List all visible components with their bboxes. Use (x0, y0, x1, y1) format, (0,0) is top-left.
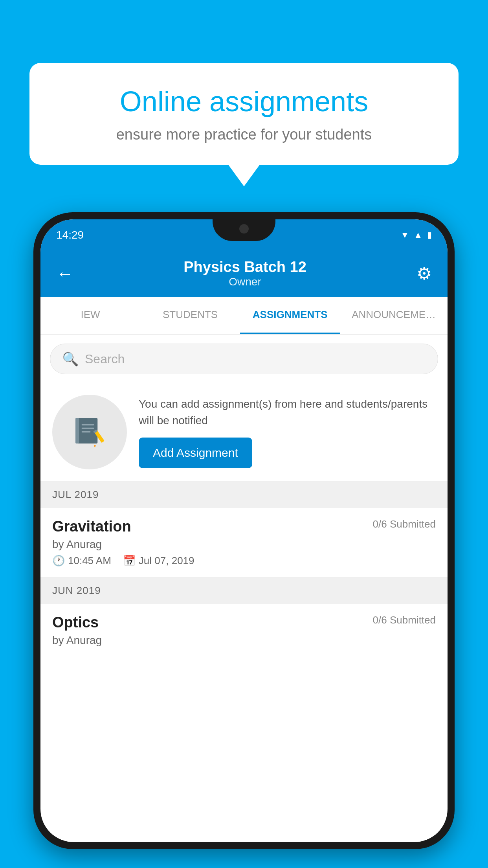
section-header-jun: JUN 2019 (40, 577, 448, 604)
assignment-time: 10:45 AM (68, 555, 111, 567)
tab-overview[interactable]: IEW (40, 297, 140, 334)
assignment-name-gravitation: Gravitation (52, 518, 131, 535)
app-header: ← Physics Batch 12 Owner ⚙ (40, 251, 448, 297)
assignment-item-gravitation[interactable]: Gravitation 0/6 Submitted by Anurag 🕐 10… (40, 508, 448, 577)
phone-screen: 14:29 ▼ ▲ ▮ ← Physics Batch 12 Owner ⚙ (40, 219, 448, 842)
battery-icon: ▮ (427, 230, 432, 240)
status-bar: 14:29 ▼ ▲ ▮ (40, 219, 448, 251)
search-container: 🔍 Search (40, 335, 448, 383)
submitted-badge-gravitation: 0/6 Submitted (373, 518, 436, 530)
assignment-info: You can add assignment(s) from here and … (139, 396, 436, 468)
notebook-svg (72, 414, 107, 450)
settings-icon[interactable]: ⚙ (416, 263, 432, 283)
status-time: 14:29 (56, 229, 84, 241)
assignment-date: Jul 07, 2019 (139, 555, 194, 567)
add-assignment-section: You can add assignment(s) from here and … (40, 383, 448, 482)
search-input-wrap[interactable]: 🔍 Search (50, 344, 438, 374)
header-subtitle: Owner (73, 276, 416, 288)
speech-bubble-subtitle: ensure more practice for your students (53, 126, 435, 143)
speech-bubble-container: Online assignments ensure more practice … (29, 63, 459, 186)
assignment-icon-circle (52, 395, 127, 469)
svg-rect-3 (82, 428, 94, 429)
assignment-item-top: Gravitation 0/6 Submitted (52, 518, 436, 535)
speech-bubble: Online assignments ensure more practice … (29, 63, 459, 165)
tab-students[interactable]: STUDENTS (140, 297, 240, 334)
meta-date: 📅 Jul 07, 2019 (123, 555, 194, 567)
svg-rect-1 (75, 418, 79, 443)
assignment-by-gravitation: by Anurag (52, 538, 436, 551)
phone-frame: 14:29 ▼ ▲ ▮ ← Physics Batch 12 Owner ⚙ (33, 212, 455, 849)
tabs-bar: IEW STUDENTS ASSIGNMENTS ANNOUNCEME… (40, 297, 448, 335)
signal-icon: ▲ (414, 230, 422, 240)
svg-marker-6 (94, 445, 96, 448)
back-icon[interactable]: ← (56, 264, 73, 283)
assignment-name-optics: Optics (52, 614, 99, 631)
phone-container: 14:29 ▼ ▲ ▮ ← Physics Batch 12 Owner ⚙ (33, 212, 455, 868)
camera-notch (239, 224, 249, 234)
tab-announcements[interactable]: ANNOUNCEME… (340, 297, 448, 334)
svg-rect-2 (82, 424, 94, 425)
tab-assignments[interactable]: ASSIGNMENTS (240, 297, 340, 334)
speech-bubble-arrow (228, 165, 260, 186)
clock-icon: 🕐 (52, 555, 65, 567)
submitted-badge-optics: 0/6 Submitted (373, 614, 436, 626)
search-placeholder: Search (85, 352, 125, 366)
speech-bubble-title: Online assignments (53, 85, 435, 118)
assignment-by-optics: by Anurag (52, 634, 436, 647)
search-icon: 🔍 (62, 351, 79, 367)
notch-cutout (213, 219, 275, 241)
section-header-jul: JUL 2019 (40, 482, 448, 508)
header-title: Physics Batch 12 (73, 259, 416, 276)
header-title-group: Physics Batch 12 Owner (73, 259, 416, 288)
assignment-item-top-optics: Optics 0/6 Submitted (52, 614, 436, 631)
status-icons: ▼ ▲ ▮ (400, 230, 432, 240)
add-assignment-button[interactable]: Add Assignment (139, 438, 252, 468)
assignment-description: You can add assignment(s) from here and … (139, 396, 436, 429)
assignment-meta-gravitation: 🕐 10:45 AM 📅 Jul 07, 2019 (52, 555, 436, 567)
meta-time: 🕐 10:45 AM (52, 555, 111, 567)
svg-rect-4 (82, 431, 91, 432)
wifi-icon: ▼ (400, 230, 409, 240)
assignment-item-optics[interactable]: Optics 0/6 Submitted by Anurag (40, 604, 448, 661)
calendar-icon: 📅 (123, 555, 136, 567)
